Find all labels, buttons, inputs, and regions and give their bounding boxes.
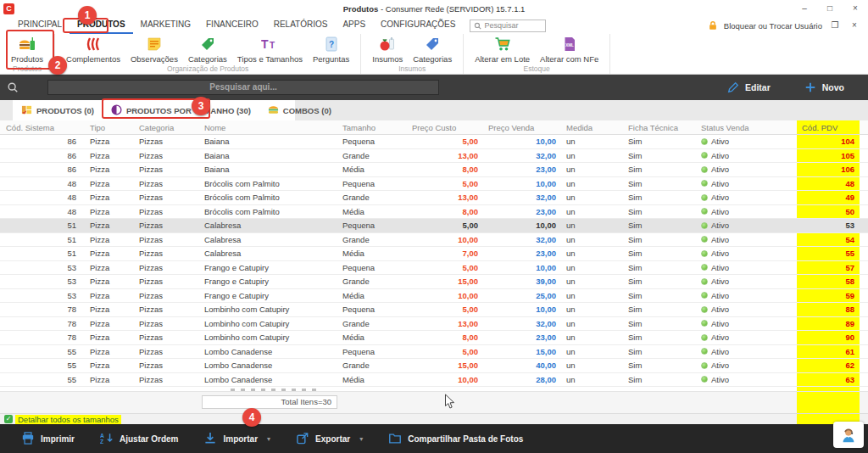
table-row[interactable]: 53PizzaPizzasFrango e CatupiryGrande15,0…: [0, 275, 868, 289]
cell-5: 13,00: [407, 317, 483, 331]
cell-5: 5,00: [407, 261, 483, 275]
note-icon: [146, 36, 163, 54]
ribbon-button-complementos[interactable]: Complementos: [61, 36, 125, 64]
menu-item-configurações[interactable]: CONFIGURAÇÕES: [373, 17, 463, 34]
ribbon-button-alterar-em-lote[interactable]: Alterar em Lote: [470, 36, 535, 64]
cell-8: Sim: [623, 247, 696, 260]
menu-item-financeiro[interactable]: FINANCEIRO: [198, 17, 266, 34]
cell-6: 32,00: [483, 317, 561, 331]
cell-10: 104: [797, 135, 860, 148]
table-header-row[interactable]: Cód. SistemaTipoCategoriaNomeTamanhoPreç…: [0, 120, 868, 135]
column-header-3[interactable]: Nome: [199, 120, 337, 134]
menu-item-marketing[interactable]: MARKETING: [133, 17, 198, 34]
toolbar-button-compartilhar-pasta-de-fotos[interactable]: Compartilhar Pasta de Fotos: [376, 432, 536, 446]
status-active-icon: [701, 194, 708, 201]
column-header-4[interactable]: Tamanho: [337, 120, 407, 134]
ribbon-button-observações[interactable]: Observações: [125, 36, 183, 64]
ribbon-search-box[interactable]: Pesquisar: [470, 20, 546, 32]
table-row[interactable]: 55PizzaPizzasLombo CanadensePequena5,001…: [0, 345, 868, 360]
ribbon-button-categorias[interactable]: Categorias: [408, 36, 457, 64]
table-row[interactable]: 55PizzaPizzasLombo CanadenseGrande15,004…: [0, 359, 868, 373]
lock-user-button[interactable]: Bloquear ou Trocar Usuário: [724, 21, 822, 31]
cell-2: Pizzas: [134, 275, 199, 288]
ribbon-button-insumos[interactable]: Insumos: [367, 36, 408, 64]
menu-item-apps[interactable]: APPS: [335, 17, 373, 34]
menu-item-relatórios[interactable]: RELATÓRIOS: [266, 17, 336, 34]
table-row[interactable]: 86PizzaPizzasBaianaGrande13,0032,00unSim…: [0, 149, 868, 164]
chevron-down-icon[interactable]: ▾: [359, 435, 363, 443]
close-icon[interactable]: ×: [843, 0, 868, 17]
ribbon-button-alterar-com-nfe[interactable]: XMLAlterar com NFe: [535, 36, 604, 64]
cell-1: Pizza: [85, 149, 134, 163]
column-header-6[interactable]: Preço Venda: [483, 120, 561, 134]
column-header-9[interactable]: Status Venda: [696, 120, 797, 134]
table-row[interactable]: 86PizzaPizzasBaianaPequena5,0010,00unSim…: [0, 135, 868, 149]
table-row[interactable]: 55PizzaPizzasLombo CanadenseMédia10,0028…: [0, 373, 868, 388]
cell-10: 58: [797, 275, 860, 288]
ribbon-button-produtos[interactable]: Produtos: [6, 36, 48, 64]
cell-9: Ativo: [696, 317, 797, 331]
toolbar-button-label: Ajustar Ordem: [120, 434, 178, 444]
toolbar-button-exportar[interactable]: Exportar▾: [283, 432, 376, 446]
status-label: Ativo: [711, 361, 729, 370]
cell-7: un: [561, 359, 623, 372]
tab-combos[interactable]: COMBOS (0): [259, 100, 340, 120]
toolbar-button-label: Compartilhar Pasta de Fotos: [408, 434, 523, 444]
restore-child-icon[interactable]: ❐: [828, 17, 842, 34]
status-label: Ativo: [711, 319, 729, 328]
toolbar-button-imprimir[interactable]: Imprimir: [8, 432, 87, 446]
maximize-icon[interactable]: □: [817, 0, 843, 17]
ribbon-tab-bar: PRINCIPALPRODUTOSMARKETINGFINANCEIRORELA…: [0, 17, 868, 34]
column-header-8[interactable]: Ficha Técnica: [623, 120, 696, 134]
column-header-1[interactable]: Tipo: [85, 120, 134, 134]
table-row[interactable]: 48PizzaPizzasBrócolis com PalmitoGrande1…: [0, 191, 868, 205]
new-button[interactable]: Novo: [804, 81, 844, 93]
column-header-5[interactable]: Preço Custo: [407, 120, 483, 134]
menu-item-principal[interactable]: PRINCIPAL: [10, 17, 70, 34]
close-child-icon[interactable]: ×: [848, 17, 861, 34]
cell-10: 54: [797, 233, 860, 247]
table-row[interactable]: 86PizzaPizzasBaianaMédia8,0023,00unSimAt…: [0, 163, 868, 177]
chevron-down-icon[interactable]: ▾: [267, 435, 270, 443]
support-agent-button[interactable]: [833, 422, 864, 448]
minimize-icon[interactable]: –: [792, 0, 817, 17]
cell-2: Pizzas: [134, 261, 199, 275]
table-row[interactable]: 53PizzaPizzasFrango e CatupiryPequena5,0…: [0, 261, 868, 276]
table-row[interactable]: 48PizzaPizzasBrócolis com PalmitoPequena…: [0, 177, 868, 192]
cell-7: un: [561, 177, 623, 191]
cell-9: Ativo: [696, 303, 797, 316]
column-header-10[interactable]: Cód. PDV: [797, 120, 860, 134]
ribbon-button-tipos-e-tamanhos[interactable]: TTTipos e Tamanhos: [232, 36, 308, 64]
column-header-7[interactable]: Medida: [561, 120, 623, 134]
cell-0: 55: [0, 345, 85, 359]
status-label: Ativo: [711, 165, 729, 174]
column-header-0[interactable]: Cód. Sistema: [0, 120, 85, 134]
table-row[interactable]: 51PizzaPizzasCalabresaPequena5,0010,00un…: [0, 219, 868, 233]
edit-button[interactable]: Editar: [727, 81, 771, 93]
table-row[interactable]: 78PizzaPizzasLombinho com CatupiryMédia8…: [0, 331, 868, 345]
table-row[interactable]: 78PizzaPizzasLombinho com CatupiryGrande…: [0, 317, 868, 332]
toolbar-button-ajustar-ordem[interactable]: AZAjustar Ordem: [87, 432, 191, 446]
detail-sizes-label: Detalhar todos os tamanhos: [15, 415, 121, 424]
cell-6: 23,00: [483, 331, 561, 344]
cell-9: Ativo: [696, 289, 797, 303]
cell-2: Pizzas: [134, 303, 199, 316]
search-input[interactable]: Pesquisar aqui...: [47, 80, 439, 95]
toolbar-button-importar[interactable]: Importar▾: [191, 432, 283, 446]
table-row[interactable]: 51PizzaPizzasCalabresaGrande10,0032,00un…: [0, 233, 868, 248]
table-row[interactable]: 48PizzaPizzasBrócolis com PalmitoMédia8,…: [0, 205, 868, 220]
cell-4: Grande: [337, 149, 407, 163]
detail-sizes-checkbox[interactable]: ✓: [4, 415, 13, 423]
column-header-2[interactable]: Categoria: [134, 120, 199, 134]
ribbon-button-perguntas[interactable]: ?Perguntas: [308, 36, 354, 64]
status-label: Ativo: [711, 305, 729, 314]
table-row[interactable]: 78PizzaPizzasLombinho com CatupiryPequen…: [0, 303, 868, 317]
cell-9: Ativo: [696, 261, 797, 275]
table-row[interactable]: 53PizzaPizzasFrango e CatupiryMédia10,00…: [0, 289, 868, 304]
table-row[interactable]: 51PizzaPizzasCalabresaMédia7,0023,00unSi…: [0, 247, 868, 261]
tab-produtos[interactable]: PRODUTOS (0): [13, 100, 103, 120]
tab-produtos-por-tamanho[interactable]: PRODUTOS POR TAMANHO (30): [103, 100, 259, 120]
ribbon-button-categorias[interactable]: Categorias: [183, 36, 232, 64]
cell-3: Calabresa: [199, 233, 337, 247]
cell-1: Pizza: [85, 359, 134, 372]
